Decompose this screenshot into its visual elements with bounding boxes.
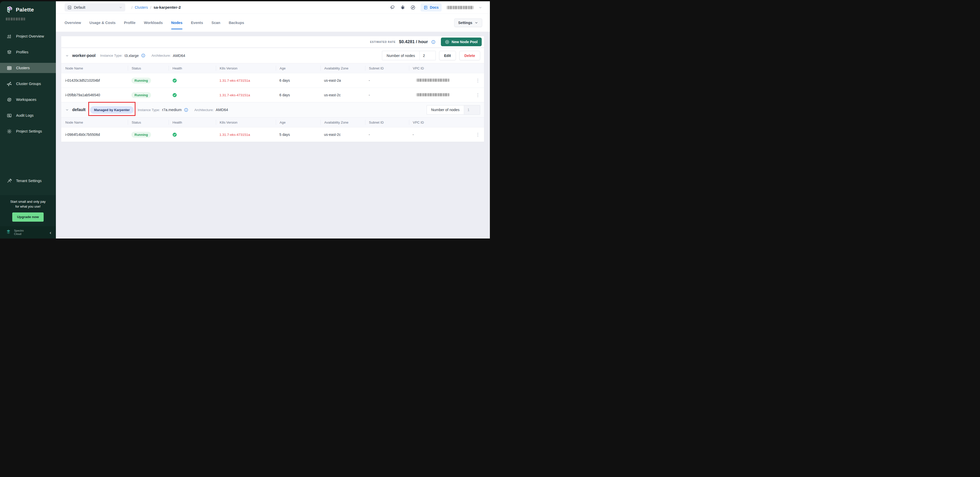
subnet-id: - [365, 78, 409, 83]
breadcrumb-clusters-link[interactable]: Clusters [135, 5, 148, 10]
promo-line2: for what you use! [3, 204, 52, 209]
row-menu-kebab-icon[interactable]: ⋮ [476, 132, 484, 137]
sidebar-item-workspaces[interactable]: Workspaces [0, 94, 56, 105]
sidebar-item-profiles[interactable]: Profiles [0, 47, 56, 57]
user-menu-chevron-icon[interactable] [478, 6, 482, 10]
availability-zone: us-east-2c [320, 132, 365, 137]
bug-icon[interactable] [400, 5, 406, 10]
col-health: Health [169, 65, 216, 71]
age: 5 days [276, 132, 320, 137]
tab-profile[interactable]: Profile [124, 14, 135, 32]
col-subnet-id: Subnet ID [365, 120, 409, 125]
health-cell [169, 78, 216, 83]
info-icon[interactable] [184, 108, 188, 112]
tab-scan[interactable]: Scan [212, 14, 220, 32]
status-badge: Running [128, 92, 169, 98]
chevron-down-icon [119, 6, 123, 9]
edit-pool-button[interactable]: Edit [439, 51, 456, 60]
table-row: i-01420c3d5210204bf Running 1.31.7-eks-4… [61, 73, 484, 88]
layers-icon [6, 49, 12, 55]
sidebar-item-audit-logs[interactable]: Audit Logs [0, 110, 56, 121]
pool-header-default: default Managed by Karpenter Instance Ty… [61, 102, 484, 118]
age: 6 days [276, 78, 320, 83]
number-of-nodes-value[interactable]: 2 [420, 51, 436, 60]
chevron-down-icon[interactable] [65, 54, 69, 57]
sidebar-item-project-settings[interactable]: Project Settings [0, 126, 56, 136]
sidebar-item-label: Project Settings [16, 129, 42, 133]
project-selector[interactable]: Default [65, 3, 125, 11]
sidebar-item-cluster-groups[interactable]: Cluster Groups [0, 79, 56, 89]
estimated-rate-label: ESTIMATED RATE [370, 41, 396, 43]
sidebar-item-clusters[interactable]: Clusters [0, 63, 56, 73]
upgrade-now-button[interactable]: Upgrade now [12, 212, 44, 222]
chat-icon[interactable] [390, 5, 395, 10]
status-badge: Running [128, 132, 169, 138]
new-node-pool-button[interactable]: New Node Pool [441, 38, 482, 46]
check-circle-icon [172, 93, 177, 97]
tab-events[interactable]: Events [191, 14, 203, 32]
vpc-id [409, 78, 468, 83]
node-name: i-0984f14b0c7b5506d [65, 132, 128, 137]
chevron-down-icon[interactable] [65, 108, 69, 112]
network-icon [6, 81, 12, 86]
settings-button[interactable]: Settings [454, 18, 482, 27]
upgrade-promo: Start small and only pay for what you us… [0, 195, 56, 226]
col-k8s-version: K8s Version [216, 120, 276, 125]
tools-icon [6, 178, 12, 183]
check-circle-icon [172, 132, 177, 137]
sidebar-collapse-chevron[interactable]: ‹ [50, 230, 51, 235]
info-icon[interactable] [141, 53, 145, 58]
col-subnet-id: Subnet ID [365, 65, 409, 71]
number-of-nodes-value: 1 [464, 105, 480, 115]
sidebar-item-project-overview[interactable]: Project Overview [0, 31, 56, 41]
sidebar-item-label: Profiles [16, 50, 28, 54]
instance-type-value: r7a.medium [162, 108, 182, 112]
col-age: Age [276, 120, 320, 125]
sidebar-nav: Project Overview Profiles Clusters Clust… [0, 31, 56, 142]
check-circle-icon [172, 78, 177, 83]
architecture-value: AMD64 [216, 108, 228, 112]
instance-type-label: Instance Type: [100, 54, 123, 57]
docs-button[interactable]: Docs [420, 3, 442, 11]
bar-chart-icon [6, 34, 12, 39]
delete-pool-button[interactable]: Delete [459, 51, 480, 60]
col-status: Status [128, 120, 169, 125]
pool-actions: Number of nodes 1 [426, 105, 480, 115]
sidebar-item-label: Audit Logs [16, 113, 34, 118]
k8s-version: 1.31.7-eks-473151a [216, 133, 276, 137]
settings-label: Settings [458, 21, 472, 25]
vpc-id: - [409, 132, 468, 137]
screen: Palette Project Overview Profiles Clus [0, 0, 490, 238]
status-badge: Running [128, 78, 169, 83]
book-icon [423, 5, 428, 10]
info-icon[interactable] [431, 40, 436, 44]
rate-toolbar: ESTIMATED RATE $0.4281 / hour New Node P… [61, 36, 484, 48]
col-node-name: Node Name [65, 120, 128, 125]
col-node-name: Node Name [65, 65, 128, 71]
server-icon [6, 65, 12, 71]
managed-by-karpenter-badge: Managed by Karpenter [90, 106, 134, 113]
cluster-tabs: Overview Usage & Costs Profile Workloads… [56, 14, 490, 32]
tab-workloads[interactable]: Workloads [144, 14, 163, 32]
breadcrumb-separator: / [150, 5, 151, 10]
row-menu-kebab-icon[interactable]: ⋮ [476, 93, 484, 97]
node-pools-card: worker-pool Instance Type: t3.xlarge Arc… [61, 48, 484, 142]
pool-name: worker-pool [72, 53, 95, 58]
sidebar-item-tenant-settings[interactable]: Tenant Settings [0, 175, 56, 186]
breadcrumb-current-cluster: sa-karpenter-2 [154, 5, 181, 10]
compass-icon[interactable] [410, 5, 416, 10]
tab-overview[interactable]: Overview [65, 14, 81, 32]
vpc-id-redacted [416, 93, 449, 96]
architecture-value: AMD64 [173, 54, 185, 58]
tab-nodes[interactable]: Nodes [171, 14, 183, 32]
number-of-nodes-control-disabled: Number of nodes 1 [426, 105, 480, 115]
tab-backups[interactable]: Backups [229, 14, 244, 32]
col-availability-zone: Availability Zone [320, 120, 365, 125]
availability-zone: us-east-2a [320, 78, 365, 83]
tab-usage-costs[interactable]: Usage & Costs [89, 14, 116, 32]
topbar: Default / Clusters / sa-karpenter-2 [56, 1, 490, 14]
palette-logo-icon [6, 6, 13, 14]
row-menu-kebab-icon[interactable]: ⋮ [476, 78, 484, 83]
col-vpc-id: VPC ID [409, 65, 468, 71]
instance-type-value: t3.xlarge [124, 54, 139, 58]
